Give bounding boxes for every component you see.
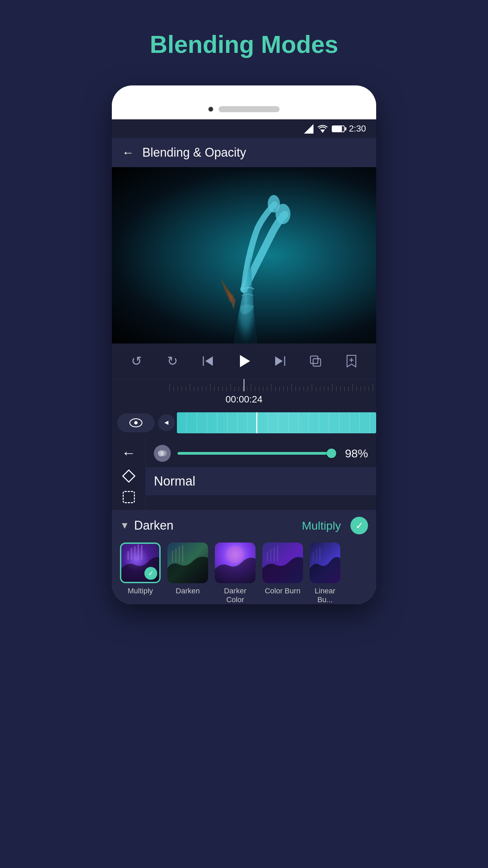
svg-point-17 <box>161 450 167 456</box>
selection-button[interactable] <box>123 491 135 503</box>
video-track[interactable] <box>177 412 376 433</box>
svg-point-14 <box>134 421 138 425</box>
modes-thumbnails-row: ✓ Multiply Darken <box>120 542 368 604</box>
notch-dot <box>208 107 213 112</box>
track-area <box>112 408 376 438</box>
redo-button[interactable]: ↻ <box>162 351 183 371</box>
playhead-line <box>244 379 244 391</box>
slider-fill <box>178 452 332 455</box>
selected-check-icon: ✓ <box>350 517 368 534</box>
thumb-check-icon: ✓ <box>144 567 157 580</box>
mode-label-darken: Darken <box>176 587 200 595</box>
phone-frame: 2:30 ← Blending & Opacity <box>112 85 376 604</box>
sidebar-back-button[interactable]: ← <box>122 445 136 461</box>
right-panel: 98% Normal <box>146 438 376 510</box>
blend-mode-label-bar[interactable]: Normal <box>146 467 376 495</box>
mode-thumb-linear-burn[interactable]: Linear Bu... <box>310 542 340 604</box>
svg-rect-10 <box>313 359 321 366</box>
video-figure <box>176 188 312 343</box>
timeline-ruler[interactable] <box>112 379 376 391</box>
layers-button[interactable] <box>305 351 326 371</box>
opacity-value: 98% <box>341 447 368 460</box>
mode-thumb-darken[interactable]: Darken <box>167 542 208 604</box>
svg-marker-6 <box>240 355 250 367</box>
group-title: Darken <box>134 518 174 533</box>
undo-button[interactable]: ↺ <box>126 351 147 371</box>
layer-controls: ← <box>112 438 376 510</box>
mode-label-darker-color: Darker Color <box>215 587 256 604</box>
svg-rect-9 <box>310 356 318 363</box>
modes-section-header: ▼ Darken Multiply ✓ <box>120 517 368 534</box>
mode-label-linear-burn: Linear Bu... <box>310 587 340 604</box>
video-preview <box>112 167 376 343</box>
mode-thumb-color-burn[interactable]: Color Burn <box>262 542 303 604</box>
blend-mode-icon[interactable] <box>154 445 171 462</box>
collapse-track-button[interactable] <box>158 414 175 431</box>
blend-mode-current: Normal <box>154 474 195 488</box>
timeline-section: 00:00:24 <box>112 379 376 408</box>
svg-marker-8 <box>275 356 283 366</box>
svg-marker-15 <box>164 421 168 425</box>
status-bar: 2:30 <box>112 119 376 138</box>
skip-forward-button[interactable] <box>270 351 290 371</box>
battery-icon <box>332 125 345 132</box>
left-sidebar: ← <box>112 438 146 510</box>
svg-point-27 <box>227 546 244 563</box>
track-playhead <box>256 412 257 433</box>
slider-thumb[interactable] <box>327 449 336 458</box>
app-screen: 2:30 ← Blending & Opacity <box>112 119 376 604</box>
page-title: Blending Modes <box>150 31 338 58</box>
mode-thumb-darker-color[interactable]: Darker Color <box>215 542 256 604</box>
mode-label-color-burn: Color Burn <box>265 587 300 595</box>
timecode-display: 00:00:24 <box>112 391 376 408</box>
opacity-slider[interactable] <box>178 452 336 455</box>
eye-button[interactable] <box>117 413 155 432</box>
modes-section: ▼ Darken Multiply ✓ <box>112 510 376 604</box>
bookmark-button[interactable] <box>341 351 362 371</box>
chevron-down-icon[interactable]: ▼ <box>120 520 129 531</box>
svg-point-3 <box>268 195 280 213</box>
keyframe-button[interactable] <box>122 469 136 483</box>
wifi-icon <box>318 125 328 133</box>
svg-marker-1 <box>320 130 325 133</box>
back-button[interactable]: ← <box>122 145 134 160</box>
top-bar: ← Blending & Opacity <box>112 138 376 167</box>
screen-title: Blending & Opacity <box>142 145 246 160</box>
signal-icon <box>304 124 313 134</box>
phone-notch <box>112 99 376 119</box>
svg-marker-5 <box>205 356 213 366</box>
svg-marker-0 <box>304 124 313 134</box>
modes-group: ▼ Darken <box>120 518 174 533</box>
playback-controls: ↺ ↻ <box>112 343 376 379</box>
play-button[interactable] <box>234 351 254 371</box>
notch-speaker <box>219 106 280 112</box>
skip-back-button[interactable] <box>198 351 218 371</box>
opacity-slider-container: 98% <box>178 447 368 460</box>
status-time: 2:30 <box>349 123 366 134</box>
selected-mode-label: Multiply <box>302 519 341 532</box>
blend-opacity-row: 98% <box>154 445 368 462</box>
mode-label-multiply: Multiply <box>128 587 153 595</box>
mode-thumb-multiply[interactable]: ✓ Multiply <box>120 542 161 604</box>
